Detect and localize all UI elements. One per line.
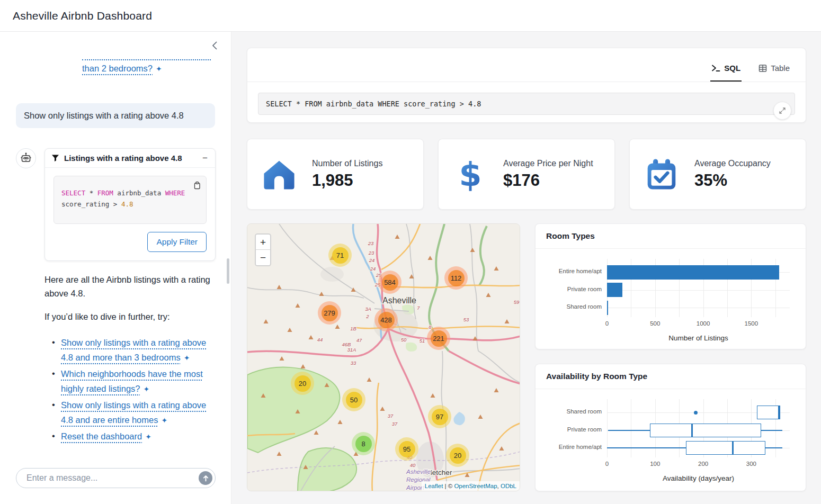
svg-text:$: $ — [459, 157, 482, 191]
x-tick-label: 500 — [640, 320, 670, 327]
apply-filter-button[interactable]: Apply Filter — [147, 232, 207, 252]
map-cluster[interactable]: 71 — [328, 244, 352, 267]
room-types-chart-card: Room Types 050010001500Entire home/aptPr… — [535, 223, 806, 349]
x-tick-label: 1500 — [736, 320, 766, 327]
suggestion-link-partial[interactable]: than 2 bedrooms?✦ — [82, 64, 162, 73]
message-input[interactable] — [16, 468, 216, 488]
send-button[interactable] — [199, 471, 212, 485]
road-label: 24 — [369, 257, 375, 263]
map-tiles: 23 23 24 24 25 25 3A 2 1B 44 46B 47 31A … — [247, 224, 520, 491]
leaflet-link[interactable]: Leaflet — [425, 483, 443, 489]
sql-editor[interactable]: SELECT * FROM airbnb_data WHERE score_ra… — [258, 93, 795, 115]
map-cluster[interactable]: 279 — [318, 301, 341, 325]
road-label: 31A — [347, 347, 356, 353]
road-label: 50 — [401, 337, 407, 343]
outlier-point — [694, 411, 698, 415]
x-tick-label: 0 — [592, 461, 622, 467]
suggestion-link[interactable]: Reset the dashboard✦ — [61, 431, 151, 441]
y-category-label: Entire home/apt — [531, 444, 602, 450]
user-message-bubble: Show only listings with a rating above 4… — [16, 103, 215, 128]
cluster-count: 71 — [332, 247, 349, 264]
suggestion-link[interactable]: Show only listings with a rating above 4… — [61, 400, 206, 425]
gridline — [607, 399, 608, 457]
odbl-link[interactable]: ODbL — [501, 483, 516, 489]
list-item: Show only listings with a rating above 4… — [52, 335, 216, 365]
expand-editor-button[interactable] — [773, 102, 791, 120]
road-label: 3A — [365, 306, 371, 312]
scrollbar-thumb[interactable] — [227, 258, 229, 284]
x-axis-label: Number of Listings — [607, 334, 790, 342]
stat-card-price: $ Average Price per Night $176 — [438, 139, 615, 210]
median-line — [778, 406, 780, 419]
sparkle-icon: ✦ — [156, 61, 162, 77]
assistant-prompt: If you’d like to dive in further, try: — [44, 310, 216, 323]
road-label: 1B — [350, 326, 356, 331]
bar — [607, 301, 608, 315]
minimize-filter-button[interactable]: − — [201, 154, 209, 163]
chart-body: 0100200300Shared roomPrivate roomEntire … — [536, 389, 806, 482]
map-zoom-control: + − — [255, 233, 271, 266]
cluster-count: 20 — [295, 375, 311, 392]
sparkle-icon: ✦ — [144, 382, 150, 397]
road-label: 33 — [351, 360, 356, 366]
sparkle-icon: ✦ — [161, 413, 167, 428]
dashboard-main: SQL Table SELECT * FROM airbnb_data WHER… — [231, 32, 821, 504]
filter-card: Listings with a rating above 4.8 − SELEC… — [44, 148, 216, 261]
tab-sql[interactable]: SQL — [710, 64, 742, 82]
filter-funnel-icon — [51, 154, 59, 162]
suggestion-text: than 2 bedrooms? — [82, 64, 153, 73]
road-label: 23 — [368, 240, 374, 246]
chart-title: Availability by Room Type — [536, 364, 806, 389]
map-cluster[interactable]: 428 — [374, 308, 398, 331]
road-label: 23 — [368, 250, 374, 256]
box — [757, 406, 780, 419]
sql-code-block: SELECT * FROM airbnb_data WHERE score_ra… — [53, 176, 207, 224]
terminal-icon — [711, 64, 720, 72]
suggestion-list: Show only listings with a rating above 4… — [52, 335, 216, 444]
sql-text: * — [85, 189, 97, 197]
map-cluster[interactable]: 97 — [428, 405, 451, 428]
map-cluster[interactable]: 112 — [444, 266, 468, 290]
map-attribution: Leaflet | © OpenStreetMap, ODbL — [422, 481, 520, 491]
y-category-label: Private room — [531, 426, 602, 433]
x-axis-label: Availability (days/year) — [607, 474, 790, 482]
suggestion-text: Reset the dashboard — [61, 431, 142, 441]
suggestion-link[interactable]: Show only listings with a rating above 4… — [61, 338, 206, 362]
osm-link[interactable]: OpenStreetMap — [454, 483, 497, 489]
stat-text: Average Occupancy 35% — [694, 159, 771, 190]
bar-chart-plot: 050010001500Entire home/aptPrivate roomS… — [607, 259, 790, 317]
sql-text: airbnb_data — [113, 189, 165, 197]
copy-icon[interactable] — [192, 181, 202, 190]
tab-table[interactable]: Table — [757, 64, 791, 82]
road-label: 47 — [356, 337, 362, 343]
stat-card-listings: Number of Listings 1,985 — [247, 139, 424, 210]
suggestion-text: Show only listings with a rating above 4… — [61, 400, 206, 425]
calendar-check-icon — [645, 157, 679, 191]
median-line — [732, 441, 734, 455]
query-tabs: SQL Table — [247, 48, 806, 82]
city-label-asheville: Asheville — [382, 296, 416, 305]
y-category-label: Entire home/apt — [531, 268, 602, 274]
listings-map[interactable]: 23 23 24 24 25 25 3A 2 1B 44 46B 47 31A … — [247, 223, 520, 491]
chart-title: Room Types — [536, 224, 806, 249]
zoom-in-button[interactable]: + — [256, 235, 270, 250]
suggestion-link[interactable]: Which neighborhoods have the most highly… — [61, 369, 203, 393]
map-cluster[interactable]: 20 — [291, 372, 314, 395]
tab-label: Table — [771, 64, 790, 73]
app-header: Asheville Airbnb Dashboard — [0, 0, 821, 32]
map-cluster[interactable]: 20 — [446, 444, 469, 467]
map-cluster[interactable]: 584 — [378, 271, 401, 294]
y-category-label: Shared room — [531, 303, 602, 310]
filter-sql-query: SELECT * FROM airbnb_data WHERE score_ra… — [61, 188, 194, 210]
sparkle-icon: ✦ — [184, 350, 190, 365]
collapse-sidebar-button[interactable] — [211, 39, 224, 52]
zoom-out-button[interactable]: − — [256, 250, 270, 265]
map-cluster[interactable]: 95 — [395, 437, 418, 461]
cluster-count: 97 — [432, 409, 448, 425]
map-cluster[interactable]: 50 — [342, 388, 365, 411]
stat-value: 35% — [694, 171, 771, 190]
chevron-left-icon — [211, 41, 219, 50]
map-cluster[interactable]: 8 — [352, 432, 375, 455]
list-item: Reset the dashboard✦ — [52, 429, 216, 444]
map-cluster[interactable]: 221 — [427, 327, 450, 350]
